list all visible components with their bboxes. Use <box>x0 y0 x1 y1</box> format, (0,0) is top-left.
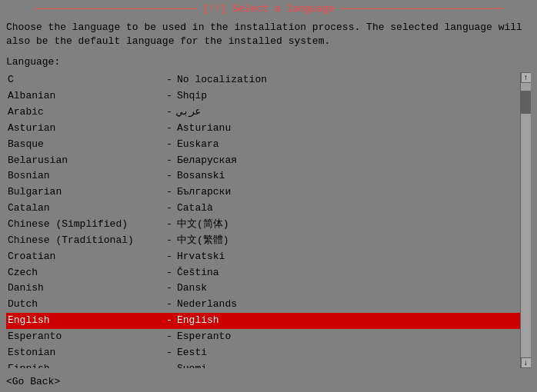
lang-name: Bosnian <box>8 169 162 184</box>
lang-native: Dansk <box>177 281 519 296</box>
title-text: [!!] Select a language <box>202 3 335 15</box>
lang-dash: - <box>162 330 177 344</box>
lang-dash: - <box>162 169 177 184</box>
table-row[interactable]: Chinese (Traditional)-中文(繁體) <box>6 233 520 249</box>
lang-native: Català <box>177 201 519 216</box>
lang-native: Hrvatski <box>177 250 519 264</box>
lang-dash: - <box>162 234 177 248</box>
lang-dash: - <box>162 281 177 296</box>
table-row[interactable]: Albanian-Shqip <box>6 88 520 105</box>
scroll-up-arrow[interactable]: ↑ <box>521 72 532 83</box>
content-area: Choose the language to be used in the in… <box>0 16 537 371</box>
lang-native: Esperanto <box>177 330 519 344</box>
lang-name: Chinese (Traditional) <box>8 234 162 248</box>
lang-native: Беларуская <box>177 154 519 168</box>
table-row[interactable]: Finnish-Suomi <box>6 361 520 368</box>
lang-dash: - <box>162 154 177 168</box>
lang-name: Basque <box>8 138 162 152</box>
table-row[interactable]: Arabic-عربي <box>6 105 520 121</box>
lang-dash: - <box>162 89 177 104</box>
table-row[interactable]: Esperanto-Esperanto <box>6 329 520 345</box>
lang-name: Danish <box>8 281 162 296</box>
lang-native: Nederlands <box>177 297 519 312</box>
table-row[interactable]: Bosnian-Bosanski <box>6 168 520 184</box>
lang-native: Euskara <box>177 138 519 152</box>
lang-dash: - <box>162 201 177 216</box>
lang-native: Čeština <box>177 266 519 281</box>
table-row[interactable]: Asturian-Asturianu <box>6 121 520 137</box>
lang-dash: - <box>162 138 177 152</box>
lang-name: Asturian <box>8 121 162 136</box>
table-row[interactable]: English-English <box>6 313 520 329</box>
language-list[interactable]: C-No localizationAlbanian-ShqipArabic-عر… <box>6 72 520 368</box>
lang-dash: - <box>162 218 177 232</box>
language-label: Language: <box>6 56 531 68</box>
lang-name: Bulgarian <box>8 185 162 200</box>
table-row[interactable]: Chinese (Simplified)-中文(简体) <box>6 217 520 233</box>
lang-dash: - <box>162 250 177 264</box>
lang-dash: - <box>162 266 177 281</box>
footer: <Go Back> <box>0 371 537 392</box>
lang-name: Belarusian <box>8 154 162 168</box>
go-back-button[interactable]: <Go Back> <box>6 376 60 387</box>
lang-native: 中文(简体) <box>177 218 519 232</box>
table-row[interactable]: Croatian-Hrvatski <box>6 249 520 265</box>
lang-name: Croatian <box>8 250 162 264</box>
lang-native: Eesti <box>177 346 519 360</box>
table-row[interactable]: Estonian-Eesti <box>6 345 520 361</box>
description-line1: Choose the language to be used in the in… <box>6 21 531 35</box>
lang-dash: - <box>162 362 177 368</box>
lang-name: C <box>8 73 162 88</box>
lang-native: No localization <box>177 73 519 88</box>
lang-name: Chinese (Simplified) <box>8 218 162 232</box>
scrollbar-thumb[interactable] <box>521 91 531 114</box>
lang-native: عربي <box>177 105 519 120</box>
lang-name: Esperanto <box>8 330 162 344</box>
installer-window: ─────────────────────────── [!!] Select … <box>0 0 537 392</box>
lang-dash: - <box>162 346 177 360</box>
lang-native: Български <box>177 185 519 200</box>
list-container: C-No localizationAlbanian-ShqipArabic-عر… <box>6 72 531 368</box>
scrollbar-track[interactable] <box>521 83 531 357</box>
title-bar: ─────────────────────────── [!!] Select … <box>0 0 537 16</box>
table-row[interactable]: Danish-Dansk <box>6 281 520 297</box>
lang-dash: - <box>162 185 177 200</box>
lang-native: Shqip <box>177 89 519 104</box>
description-text: Choose the language to be used in the in… <box>6 21 531 48</box>
lang-dash: - <box>162 105 177 120</box>
description-line2: also be the default language for the ins… <box>6 35 531 48</box>
table-row[interactable]: Bulgarian-Български <box>6 184 520 201</box>
lang-name: Czech <box>8 266 162 281</box>
lang-name: Catalan <box>8 201 162 216</box>
lang-name: English <box>8 314 162 328</box>
table-row[interactable]: Czech-Čeština <box>6 265 520 281</box>
lang-native: Asturianu <box>177 121 519 136</box>
lang-native: Suomi <box>177 362 519 368</box>
lang-name: Arabic <box>8 105 162 120</box>
lang-dash: - <box>162 121 177 136</box>
table-row[interactable]: C-No localization <box>6 72 520 88</box>
lang-dash: - <box>162 297 177 312</box>
table-row[interactable]: Basque-Euskara <box>6 137 520 153</box>
lang-name: Finnish <box>8 362 162 368</box>
scroll-down-arrow[interactable]: ↓ <box>521 357 532 368</box>
lang-name: Estonian <box>8 346 162 360</box>
table-row[interactable]: Catalan-Català <box>6 201 520 217</box>
lang-name: Dutch <box>8 297 162 312</box>
lang-name: Albanian <box>8 89 162 104</box>
lang-dash: - <box>162 73 177 88</box>
lang-native: 中文(繁體) <box>177 234 519 248</box>
scrollbar[interactable]: ↑ ↓ <box>520 72 531 368</box>
table-row[interactable]: Dutch-Nederlands <box>6 297 520 313</box>
lang-native: Bosanski <box>177 169 519 184</box>
lang-native: English <box>177 314 519 328</box>
table-row[interactable]: Belarusian-Беларуская <box>6 153 520 169</box>
lang-dash: - <box>162 314 177 328</box>
